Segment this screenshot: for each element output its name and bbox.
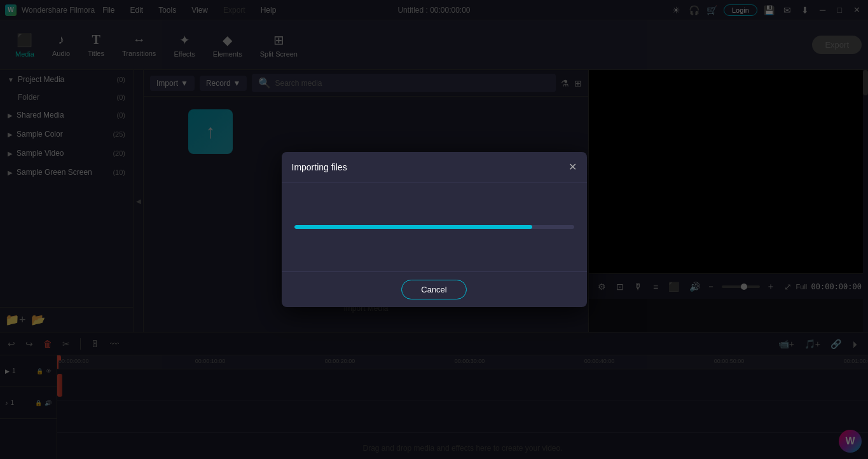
dialog-title: Importing files <box>292 162 347 172</box>
cancel-import-button[interactable]: Cancel <box>401 280 466 299</box>
dialog-close-button[interactable]: ✕ <box>568 161 577 173</box>
dialog-header: Importing files ✕ <box>282 152 587 182</box>
importing-dialog: Importing files ✕ Cancel <box>282 152 587 307</box>
dialog-overlay: Importing files ✕ Cancel <box>0 0 868 459</box>
dialog-body <box>282 182 587 271</box>
progress-bar-background <box>294 225 574 229</box>
progress-bar-fill <box>294 225 532 229</box>
dialog-footer: Cancel <box>282 271 587 307</box>
